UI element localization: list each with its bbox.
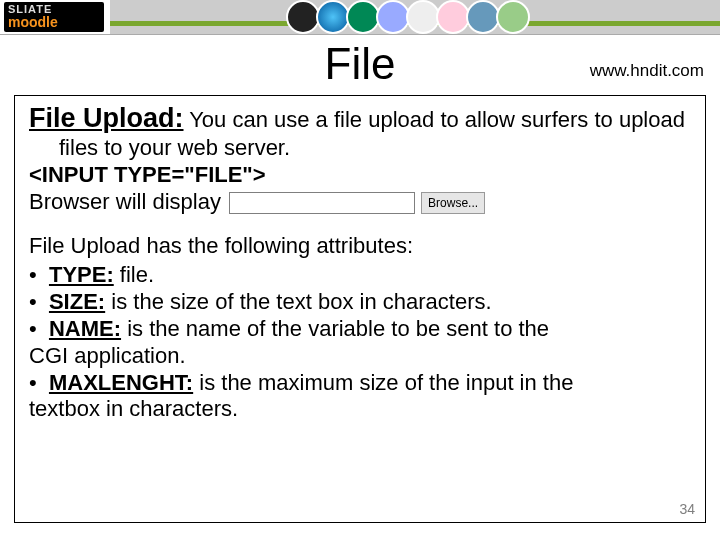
code-example: <INPUT TYPE="FILE">	[29, 162, 691, 189]
file-path-input[interactable]	[229, 192, 415, 214]
banner-circle-icon	[406, 0, 440, 34]
attr-desc: is the name of the variable to be sent t…	[121, 316, 549, 341]
file-input-demo: Browse...	[229, 189, 485, 216]
attribute-item: • NAME: is the name of the variable to b…	[29, 316, 691, 343]
sliate-moodle-logo: SLIATE moodle	[4, 2, 104, 32]
browse-button[interactable]: Browse...	[421, 192, 485, 214]
banner-circle-icon	[496, 0, 530, 34]
intro-line-1: File Upload: You can use a file upload t…	[29, 102, 691, 135]
heading-file-upload: File Upload:	[29, 103, 184, 133]
title-row: File www.hndit.com	[0, 35, 720, 95]
attribute-item-cont: textbox in characters.	[29, 396, 691, 423]
attribute-item: • SIZE: is the size of the text box in c…	[29, 289, 691, 316]
banner-circle-icon	[316, 0, 350, 34]
page-number: 34	[679, 501, 695, 518]
attr-name: TYPE:	[49, 262, 114, 287]
attr-name: MAXLENGHT:	[49, 370, 193, 395]
banner-circle-icon	[466, 0, 500, 34]
attributes-list: • TYPE: file. • SIZE: is the size of the…	[29, 262, 691, 423]
intro-text-2: files to your web server.	[29, 135, 691, 162]
browser-will-display-label: Browser will display	[29, 189, 221, 216]
attributes-heading: File Upload has the following attributes…	[29, 233, 691, 260]
banner-circle-icon	[286, 0, 320, 34]
banner-circle-icon	[346, 0, 380, 34]
banner: SLIATE moodle	[0, 0, 720, 35]
banner-circles	[290, 0, 530, 34]
content-box: File Upload: You can use a file upload t…	[14, 95, 706, 523]
attribute-item: • TYPE: file.	[29, 262, 691, 289]
attribute-item-cont: CGI application.	[29, 343, 691, 370]
banner-circle-icon	[436, 0, 470, 34]
attr-desc: file.	[114, 262, 154, 287]
browser-display-row: Browser will display Browse...	[29, 189, 691, 216]
site-url: www.hndit.com	[590, 61, 704, 81]
attribute-item: • MAXLENGHT: is the maximum size of the …	[29, 370, 691, 397]
attr-desc: is the size of the text box in character…	[105, 289, 491, 314]
logo-text-bottom: moodle	[8, 15, 100, 29]
attr-name: NAME:	[49, 316, 121, 341]
banner-circle-icon	[376, 0, 410, 34]
attr-name: SIZE:	[49, 289, 105, 314]
attr-desc: is the maximum size of the input in the	[193, 370, 573, 395]
intro-text-1: You can use a file upload to allow surfe…	[184, 107, 685, 132]
